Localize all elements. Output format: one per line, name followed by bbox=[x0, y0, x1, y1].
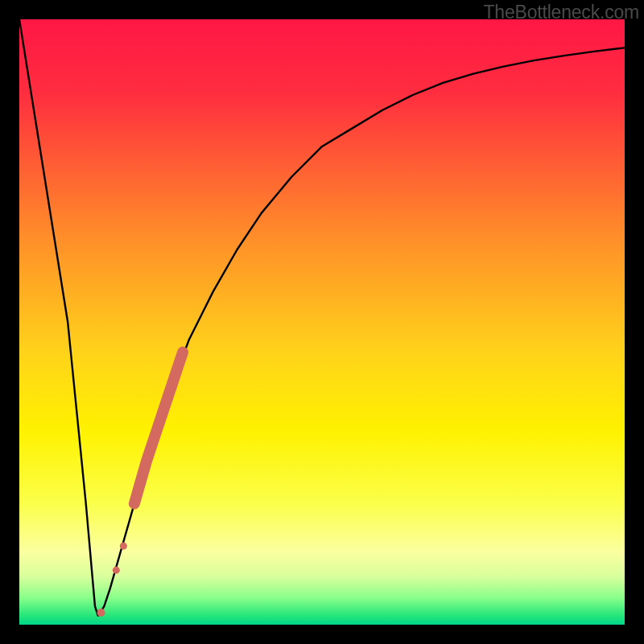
chart-frame: TheBottleneck.com bbox=[0, 0, 644, 644]
svg-rect-0 bbox=[19, 19, 625, 625]
marker-dot bbox=[97, 609, 105, 617]
watermark-text: TheBottleneck.com bbox=[484, 2, 639, 23]
marker-dot bbox=[120, 543, 127, 550]
marker-dot bbox=[113, 567, 120, 574]
chart-svg bbox=[19, 19, 625, 625]
plot-area bbox=[19, 19, 625, 625]
